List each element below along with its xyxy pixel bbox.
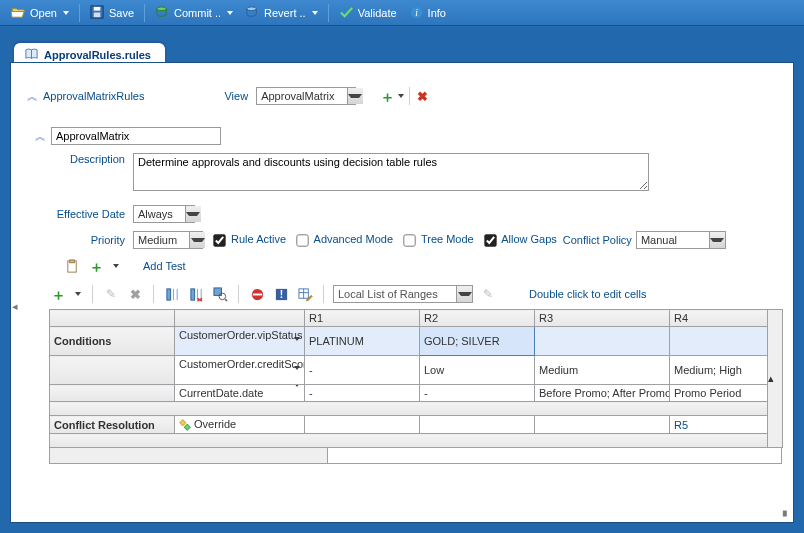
table-edit-button[interactable]: [296, 285, 314, 303]
description-input[interactable]: Determine approvals and discounts using …: [133, 153, 649, 191]
table-row[interactable]: [50, 402, 783, 416]
cell[interactable]: Medium; High: [670, 356, 768, 385]
rule-active-checkbox[interactable]: Rule Active: [213, 233, 286, 247]
ruleset-link[interactable]: ApprovalMatrixRules: [43, 90, 144, 102]
cell[interactable]: PLATINUM: [305, 327, 420, 356]
cell[interactable]: -: [420, 385, 535, 402]
clipboard-icon: [65, 259, 80, 274]
edit-ranges-button[interactable]: ✎: [479, 285, 497, 303]
cell[interactable]: CustomerOrder.creditScore: [175, 356, 305, 385]
revert-button[interactable]: Revert ..: [240, 3, 323, 22]
collapse-toggle-icon[interactable]: ︽: [27, 89, 35, 104]
cell[interactable]: [420, 416, 535, 434]
table-row[interactable]: CustomerOrder.creditScore - Low Medium M…: [50, 356, 783, 385]
collapse-handle[interactable]: ◂: [11, 293, 19, 321]
cell[interactable]: -: [305, 356, 420, 385]
info-icon: i: [409, 5, 424, 20]
view-label: View: [224, 90, 256, 102]
header-cell[interactable]: [175, 310, 305, 327]
open-button[interactable]: Open: [6, 3, 74, 22]
validate-button[interactable]: Validate: [334, 3, 402, 22]
dropdown-button-icon[interactable]: [347, 88, 363, 104]
conflict-row[interactable]: Conflict Resolution Override R5: [50, 416, 783, 434]
ranges-select[interactable]: Local List of Ranges: [333, 285, 473, 303]
no-entry-icon: [250, 287, 265, 302]
no-entry-button[interactable]: [248, 285, 266, 303]
tree-mode-checkbox[interactable]: Tree Mode: [403, 233, 474, 247]
row-label: [50, 385, 175, 402]
clipboard-button[interactable]: [63, 257, 81, 275]
column-delete-button[interactable]: [187, 285, 205, 303]
dropdown-button-icon[interactable]: [456, 286, 472, 302]
edit-button[interactable]: ✎: [102, 285, 120, 303]
add-button[interactable]: ＋: [49, 285, 67, 303]
priority-label: Priority: [27, 234, 133, 246]
header-cell[interactable]: R1: [305, 310, 420, 327]
tree-mode-label: Tree Mode: [421, 233, 474, 245]
matrix-name-input[interactable]: [51, 127, 221, 145]
row-label: [50, 356, 175, 385]
cell[interactable]: Before Promo; After Promo: [535, 385, 670, 402]
header-cell[interactable]: R4: [670, 310, 768, 327]
cell[interactable]: GOLD; SILVER: [420, 327, 535, 356]
cell[interactable]: [535, 327, 670, 356]
collapse-toggle-icon[interactable]: ︽: [35, 129, 43, 144]
cell[interactable]: -: [305, 385, 420, 402]
cell[interactable]: CustomerOrder.vipStatus: [175, 327, 305, 356]
cell[interactable]: [305, 416, 420, 434]
advanced-mode-checkbox[interactable]: Advanced Mode: [296, 233, 393, 247]
info-button[interactable]: i Info: [404, 3, 451, 22]
view-select[interactable]: ApprovalMatrix: [256, 87, 356, 105]
warning-button[interactable]: !: [272, 285, 290, 303]
effective-date-select[interactable]: Always: [133, 205, 195, 223]
cell[interactable]: Override: [175, 416, 305, 434]
delete-button[interactable]: ✖: [413, 87, 431, 105]
cell[interactable]: [670, 327, 768, 356]
add-button[interactable]: ＋: [378, 87, 396, 105]
add-test-link[interactable]: Add Test: [143, 260, 186, 272]
svg-point-3: [157, 7, 166, 11]
conflict-policy-select[interactable]: Manual: [636, 231, 726, 249]
effective-date-value: Always: [134, 208, 177, 220]
dropdown-button-icon[interactable]: [185, 206, 201, 222]
priority-select[interactable]: Medium: [133, 231, 203, 249]
restore-icon[interactable]: ▗: [779, 505, 787, 516]
horizontal-scrollbar[interactable]: [49, 448, 782, 464]
cell[interactable]: Low: [420, 356, 535, 385]
table-row[interactable]: Conditions CustomerOrder.vipStatus PLATI…: [50, 327, 783, 356]
svg-rect-9: [69, 259, 74, 262]
header-cell[interactable]: R2: [420, 310, 535, 327]
svg-text:i: i: [415, 8, 418, 18]
allow-gaps-checkbox[interactable]: Allow Gaps: [484, 233, 557, 247]
vertical-scrollbar[interactable]: ▴: [768, 310, 783, 448]
column-button[interactable]: [163, 285, 181, 303]
add-menu[interactable]: [396, 87, 406, 105]
cell[interactable]: CurrentDate.date: [175, 385, 305, 402]
decision-table[interactable]: R1 R2 R3 R4 ▴ Conditions CustomerOrder.v…: [49, 309, 783, 448]
delete-button[interactable]: ✖: [126, 285, 144, 303]
commit-button[interactable]: Commit ..: [150, 3, 238, 22]
plus-icon: ＋: [380, 90, 395, 103]
add-menu[interactable]: [73, 285, 83, 303]
header-cell[interactable]: [50, 310, 175, 327]
separator: [238, 285, 239, 303]
add-menu[interactable]: [111, 257, 121, 275]
find-button[interactable]: [211, 285, 229, 303]
dropdown-button-icon[interactable]: [709, 232, 725, 248]
cell[interactable]: [535, 416, 670, 434]
add-button[interactable]: ＋: [87, 257, 105, 275]
save-button[interactable]: Save: [85, 3, 139, 22]
dropdown-button-icon[interactable]: [189, 232, 205, 248]
svg-text:!: !: [279, 289, 282, 300]
cell[interactable]: Medium: [535, 356, 670, 385]
floppy-icon: [90, 5, 105, 20]
db-revert-icon: [245, 5, 260, 20]
cell[interactable]: R5: [670, 416, 768, 434]
conflict-policy-value: Manual: [637, 234, 681, 246]
cell[interactable]: Promo Period: [670, 385, 768, 402]
chevron-down-icon: [227, 11, 233, 15]
header-cell[interactable]: R3: [535, 310, 670, 327]
view-value: ApprovalMatrix: [257, 90, 338, 102]
table-row[interactable]: [50, 434, 783, 448]
table-row[interactable]: CurrentDate.date - - Before Promo; After…: [50, 385, 783, 402]
